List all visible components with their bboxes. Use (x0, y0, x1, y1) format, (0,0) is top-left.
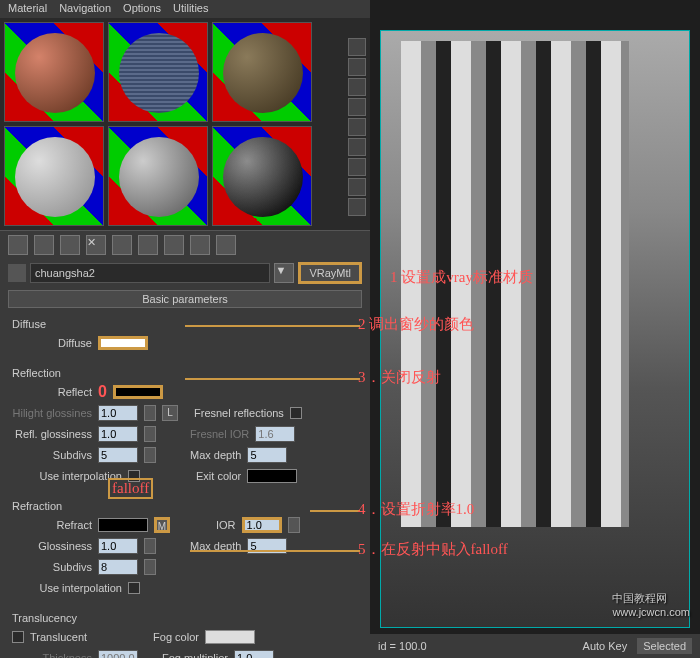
diffuse-color-swatch[interactable] (98, 336, 148, 350)
menu-utilities[interactable]: Utilities (173, 2, 208, 16)
side-btn[interactable] (348, 198, 366, 216)
fresnel-ior-spinner[interactable]: 1.6 (255, 426, 295, 442)
refr-gloss-spinner[interactable]: 1.0 (98, 538, 138, 554)
tb-reset[interactable]: ✕ (86, 235, 106, 255)
side-btn[interactable] (348, 38, 366, 56)
ior-spinner[interactable]: 1.0 (242, 517, 282, 533)
reflect-color-swatch[interactable] (113, 385, 163, 399)
tb-put[interactable] (34, 235, 54, 255)
fogmult-label: Fog multiplier (162, 652, 228, 658)
refract-map-button[interactable]: M (154, 517, 170, 533)
trans-checkbox[interactable] (12, 631, 24, 643)
material-editor: ✕ ▼ VRayMtl Basic parameters Diffuse Dif… (0, 18, 370, 658)
material-name-row: ▼ VRayMtl (0, 258, 370, 288)
fresnel-ior-label: Fresnel IOR (190, 428, 249, 440)
annotation-4: 4．设置折射率1.0 (358, 500, 474, 519)
selected-btn[interactable]: Selected (637, 638, 692, 654)
anno-line-4 (310, 510, 360, 512)
fogmult-spinner[interactable]: 1.0 (234, 650, 274, 658)
refract-label: Refract (12, 519, 92, 531)
annotation-2: 2 调出窗纱的颜色 (358, 315, 474, 334)
refr-interp-label: Use interpolation (12, 582, 122, 594)
mat-slot-6[interactable] (212, 126, 312, 226)
trans-label: Translucent (30, 631, 87, 643)
refl-interp-label: Use interpolation (12, 470, 122, 482)
side-btn[interactable] (348, 178, 366, 196)
eyedropper-icon[interactable] (8, 264, 26, 282)
spin-icon[interactable] (144, 447, 156, 463)
mat-slot-2[interactable] (108, 22, 208, 122)
diffuse-section: Diffuse Diffuse (0, 310, 370, 359)
exit-color-swatch[interactable] (247, 469, 297, 483)
refr-subdivs-spinner[interactable]: 8 (98, 559, 138, 575)
side-btn[interactable] (348, 58, 366, 76)
thickness-label: Thickness (12, 652, 92, 658)
mat-slot-3[interactable] (212, 22, 312, 122)
tb-copy[interactable] (112, 235, 132, 255)
fresnel-checkbox[interactable] (290, 407, 302, 419)
spin-icon[interactable] (144, 405, 156, 421)
refl-subdivs-spinner[interactable]: 5 (98, 447, 138, 463)
ior-label: IOR (216, 519, 236, 531)
grid-status: id = 100.0 (378, 640, 427, 652)
spin-icon[interactable] (288, 517, 300, 533)
exit-color-label: Exit color (196, 470, 241, 482)
menu-material[interactable]: Material (8, 2, 47, 16)
refl-subdivs-label: Subdivs (12, 449, 92, 461)
side-btn[interactable] (348, 138, 366, 156)
autokey-btn[interactable]: Auto Key (583, 640, 628, 652)
material-type-button[interactable]: VRayMtl (298, 262, 362, 284)
translucency-section: Translucency Translucent Fog color Thick… (0, 604, 370, 658)
tb-show[interactable] (138, 235, 158, 255)
side-btn[interactable] (348, 98, 366, 116)
mat-slot-5[interactable] (108, 126, 208, 226)
menu-options[interactable]: Options (123, 2, 161, 16)
tb-opts[interactable] (190, 235, 210, 255)
reflect-zero-anno: 0 (98, 383, 107, 401)
thickness-spinner[interactable]: 1000.0 (98, 650, 138, 658)
watermark: 中国教程网 www.jcwcn.com (612, 591, 690, 618)
spin-icon[interactable] (144, 559, 156, 575)
annotation-1: 1 设置成vray标准材质 (390, 268, 533, 287)
fresnel-label: Fresnel reflections (194, 407, 284, 419)
side-btn[interactable] (348, 78, 366, 96)
mat-slot-1[interactable] (4, 22, 104, 122)
anno-line-2 (185, 325, 360, 327)
diffuse-title: Diffuse (12, 318, 358, 330)
refl-maxdepth-label: Max depth (190, 449, 241, 461)
status-bar: id = 100.0 Auto Key Selected (370, 634, 700, 658)
diffuse-label: Diffuse (12, 337, 92, 349)
tb-pick[interactable] (216, 235, 236, 255)
refract-color-swatch[interactable] (98, 518, 148, 532)
refl-gloss-spinner[interactable]: 1.0 (98, 426, 138, 442)
lock-btn[interactable]: L (162, 405, 178, 421)
rollout-basic[interactable]: Basic parameters (8, 290, 362, 308)
spin-icon[interactable] (144, 426, 156, 442)
menu-navigation[interactable]: Navigation (59, 2, 111, 16)
annotation-3: 3．关闭反射 (358, 368, 441, 387)
side-toolbar (348, 38, 368, 216)
tb-assign[interactable] (60, 235, 80, 255)
fog-color-swatch[interactable] (205, 630, 255, 644)
hilight-spinner[interactable]: 1.0 (98, 405, 138, 421)
refr-subdivs-label: Subdivs (12, 561, 92, 573)
falloff-annotation: falloff (108, 478, 153, 499)
refl-maxdepth-spinner[interactable]: 5 (247, 447, 287, 463)
anno-line-5 (190, 550, 360, 552)
annotation-5: 5．在反射中贴入falloff (358, 540, 508, 559)
tb-show2[interactable] (164, 235, 184, 255)
reflect-label: Reflect (12, 386, 92, 398)
mat-toolbar: ✕ (0, 230, 370, 258)
anno-line-3 (185, 378, 360, 380)
refr-gloss-label: Glossiness (12, 540, 92, 552)
spin-icon[interactable] (144, 538, 156, 554)
refr-interp-checkbox[interactable] (128, 582, 140, 594)
material-name-input[interactable] (30, 263, 270, 283)
side-btn[interactable] (348, 158, 366, 176)
side-btn[interactable] (348, 118, 366, 136)
material-slots (0, 18, 370, 230)
tb-get[interactable] (8, 235, 28, 255)
mat-slot-4[interactable] (4, 126, 104, 226)
refraction-section: Refraction Refract M IOR 1.0 Glossiness … (0, 492, 370, 604)
name-dropdown[interactable]: ▼ (274, 263, 294, 283)
